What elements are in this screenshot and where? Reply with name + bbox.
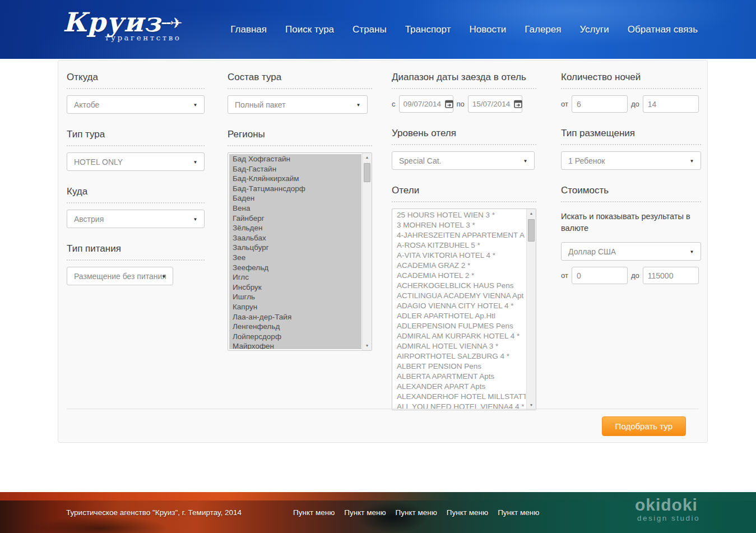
nav-item[interactable]: Транспорт xyxy=(405,24,451,35)
region-option[interactable]: Вена xyxy=(229,203,361,214)
accommodation-section: Тип размещения 1 Ребенок xyxy=(561,128,701,170)
hotel-option[interactable]: AIRPORTHOTEL SALZBURG 4 * xyxy=(393,351,526,361)
date-to-input[interactable] xyxy=(472,96,513,112)
hotels-scrollbar[interactable] xyxy=(526,209,536,410)
hotel-option[interactable]: A-VITA VIKTORIA HOTEL 4 * xyxy=(393,251,526,261)
search-tour-button[interactable]: Подобрать тур xyxy=(602,416,686,436)
meal-type-select[interactable]: Размещение без питания xyxy=(67,267,173,285)
hotel-option[interactable]: ADMIRAL AM KURPARK HOTEL 4 * xyxy=(393,331,526,341)
accommodation-select[interactable]: 1 Ребенок xyxy=(561,151,701,170)
form-divider xyxy=(67,409,699,409)
region-option[interactable]: Зёльден xyxy=(229,223,361,233)
hotel-option[interactable]: ACHERKOGELBLICK HAUS Pens xyxy=(393,281,526,291)
region-option[interactable]: Лойперсдорф xyxy=(229,332,361,342)
footer-menu-item[interactable]: Пункт меню xyxy=(498,508,539,517)
region-option[interactable]: Капрун xyxy=(229,302,361,312)
scrollbar-thumb[interactable] xyxy=(364,163,370,182)
currency-select[interactable]: Доллар США xyxy=(561,242,701,261)
region-option[interactable]: Бад-Кляйнкирхайм xyxy=(229,174,361,184)
hotel-option[interactable]: ALEXANDERHOF HOTEL MILLSTATT xyxy=(393,392,526,402)
region-option[interactable]: Зее xyxy=(229,253,361,263)
hotel-option[interactable]: ADLERPENSION FULPMES Pens xyxy=(393,321,526,331)
region-option[interactable]: Иглс xyxy=(229,272,361,282)
nav-item[interactable]: Поиск тура xyxy=(285,24,334,35)
nav-item[interactable]: Страны xyxy=(353,24,387,35)
nav-item[interactable]: Услуги xyxy=(579,24,609,35)
logo[interactable]: Круиз–-✈ турагентство xyxy=(63,8,183,42)
hotel-option[interactable]: ADLER APARTHOTEL Ap.Htl xyxy=(393,311,526,321)
price-to-input[interactable] xyxy=(643,267,699,284)
destination-select[interactable]: Австрия xyxy=(67,210,205,228)
calendar-icon[interactable] xyxy=(445,100,453,108)
tour-package-select[interactable]: Полный пакет xyxy=(228,95,368,114)
date-to-field xyxy=(468,95,522,113)
hotel-option[interactable]: 3 MOHREN HOTEL 3 * xyxy=(393,220,526,230)
footer-menu-item[interactable]: Пункт меню xyxy=(344,508,386,517)
hotel-option[interactable]: ADMIRAL HOTEL VIENNA 3 * xyxy=(393,341,526,351)
date-from-input[interactable] xyxy=(403,96,444,112)
scroll-down-icon[interactable] xyxy=(363,341,372,350)
meal-type-value: Размещение без питания xyxy=(74,272,166,281)
hotel-option[interactable]: ALEXANDER APART Apts xyxy=(393,382,526,392)
hotel-option[interactable]: ALBERTA APARTMENT Apts xyxy=(393,372,526,382)
nav-item[interactable]: Обратная связь xyxy=(628,24,698,35)
scroll-up-icon[interactable] xyxy=(527,209,536,218)
nav-item[interactable]: Главная xyxy=(230,24,267,35)
regions-scrollbar[interactable] xyxy=(362,153,372,350)
hotel-option[interactable]: A-ROSA KITZBUHEL 5 * xyxy=(393,240,526,251)
form-column-2: Состав тура Полный пакет Регионы Бад Хоф… xyxy=(228,61,372,351)
region-option[interactable]: Инсбрук xyxy=(229,282,361,293)
regions-label: Регионы xyxy=(228,129,372,146)
scroll-up-icon[interactable] xyxy=(363,153,372,162)
hotel-option[interactable]: 25 HOURS HOTEL WIEN 3 * xyxy=(393,210,526,220)
hotel-option[interactable]: ALL YOU NEED HOTEL VIENNA4 4 * xyxy=(393,402,526,409)
region-option[interactable]: Ишгль xyxy=(229,292,361,302)
logo-trail: –- xyxy=(161,15,170,30)
hotels-listbox[interactable]: 25 HOURS HOTEL WIEN 3 *3 MOHREN HOTEL 3 … xyxy=(392,208,536,410)
destination-value: Австрия xyxy=(74,215,104,224)
footer-menu-item[interactable]: Пункт меню xyxy=(447,508,488,517)
tour-package-section: Состав тура Полный пакет xyxy=(228,72,372,114)
nights-from-input[interactable] xyxy=(572,95,628,113)
calendar-icon[interactable] xyxy=(514,100,522,108)
regions-listbox[interactable]: Бад ХофгастайнБад-ГастайнБад-Кляйнкирхай… xyxy=(228,152,372,351)
region-option[interactable]: Бад-Татцманнсдорф xyxy=(229,184,361,194)
tour-package-value: Полный пакет xyxy=(235,100,286,109)
tour-type-label: Тип тура xyxy=(67,129,205,146)
region-option[interactable]: Бад Хофгастайн xyxy=(229,154,361,164)
price-from-input[interactable] xyxy=(572,267,628,284)
hotel-option[interactable]: 4-JAHRESZEITEN APPARTEMENT A xyxy=(393,230,526,240)
footer-menu-item[interactable]: Пункт меню xyxy=(293,508,335,517)
studio-logo[interactable]: okidoki design studio xyxy=(635,497,700,522)
hotel-option[interactable]: ACADEMIA GRAZ 2 * xyxy=(393,261,526,271)
nights-from-label: от xyxy=(561,100,568,108)
price-label: Стоимость xyxy=(561,185,701,202)
footer-menu-item[interactable]: Пункт меню xyxy=(396,508,437,517)
currency-value: Доллар США xyxy=(568,247,616,256)
region-option[interactable]: Гайнберг xyxy=(229,214,361,224)
nights-to-label: до xyxy=(631,100,639,108)
region-option[interactable]: Баден xyxy=(229,193,361,203)
region-option[interactable]: Лаа-ан-дер-Тайя xyxy=(229,312,361,322)
region-option[interactable]: Бад-Гастайн xyxy=(229,164,361,174)
region-option[interactable]: Майрхофен xyxy=(229,341,361,349)
region-option[interactable]: Заальбах xyxy=(229,233,361,243)
origin-select[interactable]: Актобе xyxy=(67,95,205,114)
meal-type-section: Тип питания Размещение без питания xyxy=(67,243,205,285)
hotel-option[interactable]: ALBERT PENSION Pens xyxy=(393,361,526,372)
region-option[interactable]: Ленгенфельд xyxy=(229,322,361,332)
nav-item[interactable]: Галерея xyxy=(525,24,561,35)
region-option[interactable]: Зеефельд xyxy=(229,263,361,273)
hotel-option[interactable]: ADAGIO VIENNA CITY HOTEL 4 * xyxy=(393,301,526,311)
site-footer: Туристическое агенство "Круиз", г. Темир… xyxy=(0,492,756,533)
hotel-option[interactable]: ACADEMIA HOTEL 2 * xyxy=(393,271,526,281)
scrollbar-thumb[interactable] xyxy=(528,219,535,242)
logo-subtitle: турагентство xyxy=(105,33,183,42)
hotel-option[interactable]: ACTILINGUA ACADEMY VIENNA Apt xyxy=(393,291,526,301)
tour-type-select[interactable]: HOTEL ONLY xyxy=(67,152,205,171)
nights-to-input[interactable] xyxy=(643,95,699,113)
hotel-level-select[interactable]: Special Cat. xyxy=(392,151,535,170)
nav-item[interactable]: Новости xyxy=(469,24,506,35)
price-section: Стоимость Искать и показывать результаты… xyxy=(561,185,701,284)
region-option[interactable]: Зальцбург xyxy=(229,243,361,253)
